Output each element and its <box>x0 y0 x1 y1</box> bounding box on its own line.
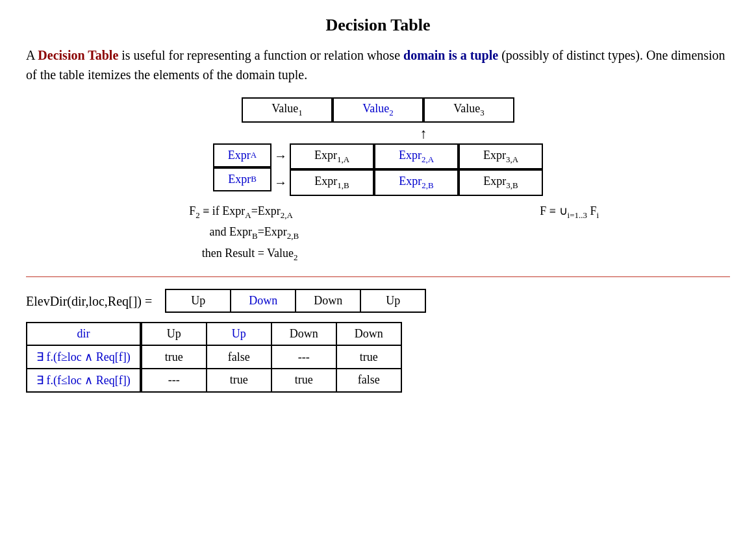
intro-paragraph: A Decision Table is useful for represent… <box>26 45 730 84</box>
expr-left-a: ExprA <box>213 143 271 167</box>
intro-part1: A <box>26 48 38 62</box>
left-header-row: dir <box>27 323 140 345</box>
top-value-row: Up Down Down Up <box>166 289 425 312</box>
decision-table-wrapper: dir ∃ f.(f≥loc ∧ Req[f]) ∃ f.(f≤loc ∧ Re… <box>26 322 730 393</box>
value-header-row: Value1 Value2 Value3 <box>242 97 514 123</box>
arrows-right: → → <box>271 143 290 196</box>
expr-left-col: ExprA ExprB <box>213 143 271 196</box>
arrow-right-a: → <box>274 149 287 164</box>
top-val-up1: Up <box>166 289 231 312</box>
expr-3b: Expr3,B <box>459 169 543 196</box>
right-row-dir: Up Up Down Down <box>142 323 401 346</box>
expr-row-b: Expr1,B Expr2,B Expr3,B <box>290 169 543 196</box>
right-dir-down2: Down <box>336 323 401 346</box>
right-leq-true2: true <box>271 369 336 392</box>
top-diagram: Value1 Value2 Value3 ↑ ExprA ExprB → → E… <box>26 97 730 265</box>
right-row-geq: true false --- true <box>142 345 401 369</box>
f-formula: F ≡ ∪i=1..3 Fi <box>540 201 612 265</box>
value-cell-3: Value3 <box>423 97 514 123</box>
right-table: Up Up Down Down true false --- true --- … <box>141 322 402 393</box>
right-leq-false: false <box>336 369 401 392</box>
f2-formula: F2 ≡ if ExprA=Expr2,A and ExprB=Expr2,B … <box>183 201 299 265</box>
expr-1a: Expr1,A <box>290 143 374 170</box>
right-geq-true2: true <box>336 345 401 369</box>
expr-row-a: Expr1,A Expr2,A Expr3,A <box>290 143 543 170</box>
left-cell-exists-leq: ∃ f.(f≤loc ∧ Req[f]) <box>27 369 140 392</box>
right-geq-dash: --- <box>271 345 336 369</box>
intro-highlight2: domain is a tuple <box>403 48 498 62</box>
top-value-table: Up Down Down Up <box>165 289 426 313</box>
intro-part2: is useful for representing a function or… <box>118 48 403 62</box>
expr-grid: Expr1,A Expr2,A Expr3,A Expr1,B Expr2,B … <box>290 143 543 196</box>
left-row-1: ∃ f.(f≥loc ∧ Req[f]) <box>27 345 140 369</box>
right-geq-true: true <box>142 345 207 369</box>
arrow-right-b: → <box>274 175 287 190</box>
right-leq-dash: --- <box>142 369 207 392</box>
left-row-2: ∃ f.(f≤loc ∧ Req[f]) <box>27 369 140 392</box>
right-dir-up2: Up <box>207 323 271 346</box>
page-title: Decision Table <box>26 16 730 35</box>
expr-diagram: ExprA ExprB → → Expr1,A Expr2,A Expr3,A … <box>213 143 543 196</box>
expr-left-b: ExprB <box>213 167 271 191</box>
top-val-up2: Up <box>360 289 425 312</box>
expr-3a: Expr3,A <box>459 143 543 170</box>
expr-2a: Expr2,A <box>374 143 459 170</box>
section-divider <box>26 276 730 277</box>
top-val-down2: Down <box>296 289 360 312</box>
value-cell-2: Value2 <box>333 97 423 123</box>
elev-label: ElevDir(dir,loc,Req[]) = <box>26 289 152 309</box>
right-dir-up1: Up <box>142 323 207 346</box>
intro-highlight1: Decision Table <box>38 48 118 62</box>
top-val-down1: Down <box>231 289 296 312</box>
right-row-leq: --- true true false <box>142 369 401 392</box>
right-leq-true: true <box>207 369 271 392</box>
expr-1b: Expr1,B <box>290 169 374 196</box>
left-header-dir: dir <box>27 323 140 345</box>
bottom-section: ElevDir(dir,loc,Req[]) = Up Down Down Up… <box>26 289 730 393</box>
expr-2b: Expr2,B <box>374 169 459 196</box>
left-cell-exists-geq: ∃ f.(f≥loc ∧ Req[f]) <box>27 345 140 369</box>
arrow-up: ↑ <box>420 124 427 143</box>
left-table: dir ∃ f.(f≥loc ∧ Req[f]) ∃ f.(f≤loc ∧ Re… <box>26 322 141 393</box>
right-dir-down1: Down <box>271 323 336 346</box>
right-geq-false: false <box>207 345 271 369</box>
value-cell-1: Value1 <box>242 97 333 123</box>
elev-header: ElevDir(dir,loc,Req[]) = Up Down Down Up <box>26 289 730 313</box>
